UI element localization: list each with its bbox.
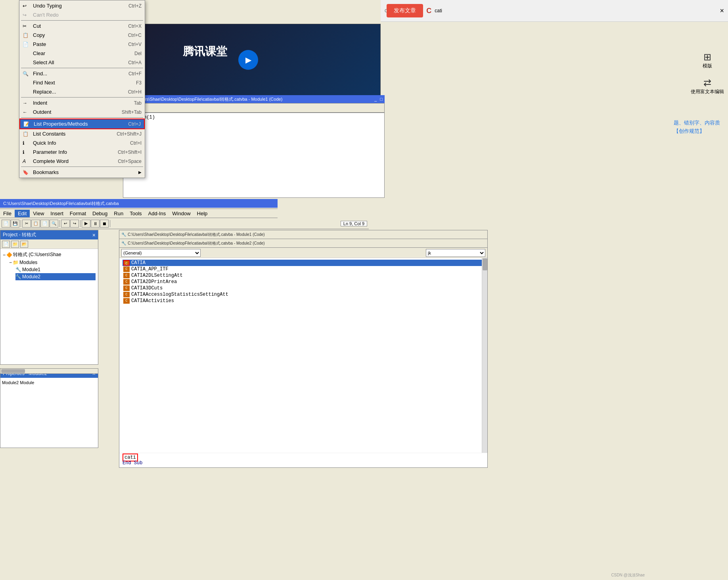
code-line-catia2dl: C CATIA2DLSettingAtt	[123, 272, 484, 279]
code-tab2-text[interactable]: C:\Users\Shae\Desktop\DesktopFile\catiav…	[128, 241, 265, 246]
video-title: 腾讯课堂	[183, 44, 227, 59]
toolbar-btn-find[interactable]: 🔍	[50, 220, 58, 228]
window-close-icon[interactable]: ×	[720, 7, 724, 15]
tree-item-module2[interactable]: 🔧 Module2	[15, 273, 96, 280]
listconst-shortcut: Ctrl+Shift+J	[117, 131, 142, 137]
menu-item-listconst[interactable]: 📋 List Constants Ctrl+Shift+J	[19, 129, 145, 138]
toolbar-pause[interactable]: ⏸	[91, 220, 100, 228]
menu-item-find[interactable]: 🔍 Find... Ctrl+F	[19, 69, 145, 78]
project-panel-close[interactable]: ×	[92, 232, 96, 238]
menu-view[interactable]: View	[30, 210, 47, 217]
right-link1[interactable]: 题、错别字、内容质	[674, 119, 720, 127]
menu-item-paste[interactable]: 📄 Paste Ctrl+V	[19, 40, 145, 49]
toolbar-stop[interactable]: ⏹	[100, 220, 109, 228]
tree-root-icon: 🔶	[6, 252, 12, 258]
menu-item-listprops[interactable]: 📝 List Properties/Methods Ctrl+J	[19, 119, 145, 129]
code-scrollbar-v[interactable]	[482, 258, 487, 453]
listconst-icon: 📋	[23, 131, 31, 137]
moban-button[interactable]: ⊞ 模版	[703, 52, 712, 69]
module1-code-area[interactable]: rt.Item(1)	[123, 113, 385, 198]
menu-item-undo[interactable]: ↩ Undo Typing Ctrl+Z	[19, 1, 145, 10]
code-content[interactable]: C CATIA C CATIA_APP_ITF C CATIA2DLSettin…	[119, 258, 487, 453]
menu-window[interactable]: Window	[169, 210, 193, 217]
proj-toolbar-btn3[interactable]: 📂	[20, 241, 28, 248]
cut-shortcut: Ctrl+X	[128, 23, 142, 29]
proj-toolbar-btn1[interactable]: 📄	[2, 241, 10, 248]
toolbar-sep1	[21, 220, 21, 227]
toolbar-btn-paste[interactable]: 📄	[40, 220, 49, 228]
menu-item-indent[interactable]: → Indent Tab	[19, 98, 145, 107]
toolbar-btn-2[interactable]: 💾	[11, 220, 19, 228]
menu-edit[interactable]: Edit	[15, 210, 30, 217]
right-link2[interactable]: 【创作规范】	[674, 127, 720, 136]
menu-item-outdent[interactable]: ← Outdent Shift+Tab	[19, 107, 145, 117]
toolbar-undo[interactable]: ↩	[61, 220, 70, 228]
code-entry-area[interactable]: cati End Sub	[119, 453, 487, 467]
code-tab1-bar: 🔧 C:\Users\Shae\Desktop\DesktopFile\cati…	[119, 230, 487, 239]
toolbar-run[interactable]: ▶	[82, 220, 90, 228]
publish-button[interactable]: 发布文章	[387, 4, 423, 17]
project-panel-toolbar: 📄 📁 📂	[0, 239, 98, 249]
toolbar-redo[interactable]: ↪	[70, 220, 79, 228]
menu-item-bookmarks[interactable]: 🔖 Bookmarks ▶	[19, 168, 145, 177]
menu-format[interactable]: Format	[67, 210, 89, 217]
menu-run[interactable]: Run	[111, 210, 126, 217]
richtext-button[interactable]: ⇄ 使用富文本编辑	[691, 77, 724, 95]
paraminfo-label: Parameter Info	[33, 149, 67, 155]
maximize-icon[interactable]: □	[380, 97, 383, 101]
project-scrollbar[interactable]	[0, 368, 98, 374]
cati-label: cati	[435, 8, 442, 13]
proc-dropdown[interactable]: jk	[426, 249, 485, 257]
menu-item-findnext[interactable]: Find Next F3	[19, 78, 145, 87]
catia3d-label: CATIA3DCuts	[131, 285, 163, 291]
code-line-catiaact: C CATIAActivities	[123, 298, 484, 304]
code-line-catia3d: C CATIA3DCuts	[123, 285, 484, 291]
toolbar-btn-cut[interactable]: ✂	[22, 220, 31, 228]
clear-shortcut: Del	[134, 51, 142, 56]
findnext-label: Find Next	[33, 80, 55, 86]
toolbar-btn-copy[interactable]: 📋	[31, 220, 40, 228]
video-play-button[interactable]: ▶	[238, 50, 258, 70]
catia2dl-icon: C	[123, 273, 130, 278]
tree-item-module1[interactable]: 🔧 Module1	[15, 266, 96, 273]
tree-root-label: 转格式 (C:\Users\Shae	[13, 251, 61, 258]
tree-module2-label: Module2	[22, 274, 40, 279]
cut-label: Cut	[33, 23, 41, 29]
code-tab2-bar: 🔧 C:\Users\Shae\Desktop\DesktopFile\cati…	[119, 239, 487, 248]
menu-item-redo: ↪ Can't Redo	[19, 10, 145, 19]
code-line-catiaaccess: C CATIAAccesslogStatisticsSettingAtt	[123, 291, 484, 298]
code-tab1-text[interactable]: C:\Users\Shae\Desktop\DesktopFile\catiav…	[128, 232, 265, 237]
general-dropdown[interactable]: (General)	[121, 249, 201, 257]
copy-label: Copy	[33, 32, 45, 38]
menu-item-completeword[interactable]: A Complete Word Ctrl+Space	[19, 157, 145, 166]
menu-item-clear[interactable]: Clear Del	[19, 49, 145, 58]
paste-label: Paste	[33, 41, 46, 47]
menu-item-cut[interactable]: ✂ Cut Ctrl+X	[19, 21, 145, 31]
menu-help[interactable]: Help	[194, 210, 211, 217]
menu-item-paraminfo[interactable]: ℹ Parameter Info Ctrl+Shift+I	[19, 147, 145, 157]
menu-debug[interactable]: Debug	[89, 210, 111, 217]
redo-icon: ↪	[23, 12, 31, 18]
menu-tools[interactable]: Tools	[126, 210, 145, 217]
find-icon: 🔍	[23, 71, 31, 77]
menu-item-selectall[interactable]: Select All Ctrl+A	[19, 58, 145, 67]
quickinfo-icon: ℹ	[23, 140, 31, 146]
tree-module2-icon: 🔧	[15, 274, 21, 279]
tree-item-modules[interactable]: − 📁 Modules	[9, 259, 96, 266]
menu-file[interactable]: File	[0, 210, 15, 217]
menu-item-copy[interactable]: 📋 Copy Ctrl+C	[19, 31, 145, 40]
vba-title1-text: 🔧 C:\Users\Shae\Desktop\DesktopFile\cati…	[125, 96, 282, 102]
menu-addins[interactable]: Add-Ins	[145, 210, 169, 217]
menu-insert[interactable]: Insert	[47, 210, 67, 217]
toolbar-sep2	[59, 220, 60, 227]
toolbar-btn-1[interactable]: 📄	[2, 220, 10, 228]
minimize-icon[interactable]: _	[374, 97, 377, 101]
completeword-shortcut: Ctrl+Space	[118, 159, 142, 164]
menu-item-quickinfo[interactable]: ℹ Quick Info Ctrl+I	[19, 138, 145, 147]
menu-sep4	[21, 117, 143, 118]
proj-toolbar-btn2[interactable]: 📁	[11, 241, 19, 248]
menu-item-replace[interactable]: Replace... Ctrl+H	[19, 87, 145, 96]
undo-shortcut: Ctrl+Z	[128, 3, 142, 9]
listprops-shortcut: Ctrl+J	[128, 121, 141, 127]
tree-item-root[interactable]: − 🔶 转格式 (C:\Users\Shae	[3, 251, 96, 259]
